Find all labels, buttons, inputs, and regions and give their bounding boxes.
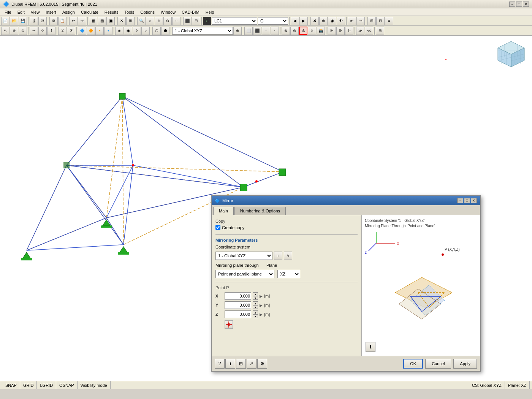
tb-btn-highlighted[interactable]: ⚠ — [299, 27, 307, 35]
status-snap[interactable]: SNAP — [2, 381, 20, 389]
tb-btn-c1[interactable]: 🔍 — [137, 17, 146, 25]
tb-btn-p5[interactable]: 📸 — [317, 27, 325, 35]
tb-btn-a1[interactable]: ▦ — [89, 17, 97, 25]
tb-btn-f1[interactable]: ⇤ — [348, 17, 356, 25]
y-spinner[interactable]: ▲ ▼ — [253, 301, 258, 309]
export-icon-button[interactable]: ↗ — [247, 359, 256, 369]
menu-file[interactable]: File — [2, 9, 14, 15]
grid-icon-button[interactable]: ⊞ — [236, 359, 246, 369]
close-button[interactable]: ✕ — [523, 2, 529, 7]
ok-button[interactable]: OK — [403, 359, 423, 369]
tb-btn-m1[interactable]: ⬡ — [152, 27, 161, 35]
tb-btn-p2[interactable]: ⊘ — [290, 27, 299, 35]
tb-btn-l2[interactable]: ◉ — [124, 27, 132, 35]
menu-help[interactable]: Help — [203, 9, 217, 15]
tb-btn-d2[interactable]: ⊟ — [192, 17, 200, 25]
save-button[interactable]: 💾 — [19, 17, 27, 25]
tb-btn-h1[interactable]: ⊕ — [10, 27, 18, 35]
tb-btn-f2[interactable]: ⇥ — [356, 17, 365, 25]
plane-dropdown[interactable]: XZ XY YZ — [277, 270, 300, 278]
canvas[interactable]: Visibility mode — [0, 36, 532, 381]
tb-btn-p1[interactable]: ⊗ — [282, 27, 290, 35]
tb-btn-l1[interactable]: ◈ — [115, 27, 124, 35]
menu-results[interactable]: Results — [101, 9, 122, 15]
menu-calculate[interactable]: Calculate — [78, 9, 101, 15]
z-arrow[interactable]: ▶ — [260, 312, 263, 317]
settings-icon-button[interactable]: ⚙ — [257, 359, 267, 369]
tb-btn-k2[interactable]: 🔶 — [87, 27, 95, 35]
preview-info-button[interactable]: ℹ — [366, 342, 375, 352]
tb-btn-l4[interactable]: ○ — [141, 27, 150, 35]
tb-btn-j2[interactable]: ⊼ — [67, 27, 75, 35]
tb-btn-g1[interactable]: ⊞ — [367, 17, 376, 25]
tb-btn-g3[interactable]: ≡ — [385, 17, 393, 25]
print-button[interactable]: 🖨 — [30, 17, 38, 25]
copy-button[interactable]: ⧉ — [49, 17, 58, 25]
mirror-plane-dropdown[interactable]: Point and parallel plane Three points — [215, 270, 274, 278]
tb-btn-g2[interactable]: ⊟ — [376, 17, 385, 25]
menu-tools[interactable]: Tools — [121, 9, 137, 15]
create-copy-label[interactable]: Create copy — [222, 225, 244, 230]
tb-btn-s1[interactable]: ⊞ — [376, 27, 384, 35]
tb-btn-i3[interactable]: ⊺ — [47, 27, 55, 35]
dialog-minimize-button[interactable]: − — [457, 198, 463, 203]
cancel-button[interactable]: Cancel — [425, 359, 451, 369]
status-osnap[interactable]: OSNAP — [56, 381, 78, 389]
lc-color-box[interactable]: G — [203, 17, 211, 25]
tb-btn-h2[interactable]: ⊙ — [19, 27, 27, 35]
dialog-title-controls[interactable]: − □ ✕ — [457, 198, 477, 203]
tb-btn-i1[interactable]: ⊸ — [30, 27, 38, 35]
dialog-restore-button[interactable]: □ — [464, 198, 470, 203]
coord-system-selector[interactable]: 1 - Global XYZ — [172, 27, 233, 35]
z-input[interactable] — [225, 310, 251, 318]
z-spinner[interactable]: ▲ ▼ — [253, 310, 258, 318]
tb-btn-o2[interactable]: ⬛ — [253, 27, 261, 35]
x-arrow[interactable]: ▶ — [260, 294, 263, 298]
tb-btn-q1[interactable]: ⊩ — [328, 27, 336, 35]
open-button[interactable]: 📂 — [10, 17, 18, 25]
menu-edit[interactable]: Edit — [14, 9, 28, 15]
tb-btn-k1[interactable]: 🔷 — [78, 27, 86, 35]
x-input[interactable] — [225, 292, 251, 300]
coord-system-btn1[interactable]: + — [274, 252, 282, 260]
undo-button[interactable]: ↩ — [69, 17, 78, 25]
restore-button[interactable]: □ — [516, 2, 522, 7]
tb-btn-b2[interactable]: ⊞ — [126, 17, 135, 25]
tb-btn-n1[interactable]: ⊕ — [233, 27, 242, 35]
tb-btn-k3[interactable]: 🔸 — [95, 27, 104, 35]
pick-point-button[interactable] — [225, 320, 233, 329]
select-tool[interactable]: ↖ — [1, 27, 10, 35]
help-icon-button[interactable]: ? — [215, 359, 225, 369]
lc-name-selector[interactable]: G — [258, 17, 288, 25]
apply-button[interactable]: Apply — [453, 359, 477, 369]
tb-btn-e2[interactable]: ⊕ — [319, 17, 328, 25]
y-spin-down[interactable]: ▼ — [253, 305, 258, 309]
tb-btn-r2[interactable]: ≪ — [365, 27, 373, 35]
print-preview-button[interactable]: 🖳 — [38, 17, 47, 25]
tb-btn-c3[interactable]: ⊕ — [155, 17, 163, 25]
tb-btn-a3[interactable]: ▣ — [106, 17, 115, 25]
lc-selector[interactable]: LC1 — [212, 17, 257, 25]
tb-btn-c5[interactable]: ↔ — [172, 17, 180, 25]
menu-cad-bim[interactable]: CAD-BIM — [179, 9, 202, 15]
tb-btn-nav2[interactable]: ▶ — [299, 17, 308, 25]
y-input[interactable] — [225, 301, 251, 309]
tb-btn-d1[interactable]: ⬛ — [183, 17, 192, 25]
status-grid[interactable]: GRID — [20, 381, 37, 389]
menu-view[interactable]: View — [28, 9, 43, 15]
tb-btn-q3[interactable]: ⊫ — [345, 27, 353, 35]
tb-btn-c2[interactable]: ⌕ — [146, 17, 154, 25]
x-spinner[interactable]: ▲ ▼ — [253, 292, 258, 300]
tb-btn-k4[interactable]: 🔹 — [104, 27, 112, 35]
tb-btn-e3[interactable]: ◉ — [328, 17, 336, 25]
new-button[interactable]: 📄 — [1, 17, 10, 25]
dialog-close-button[interactable]: ✕ — [471, 198, 477, 203]
tb-btn-close-x[interactable]: ✕ — [308, 27, 316, 35]
tb-btn-c4[interactable]: ⊘ — [163, 17, 172, 25]
tb-btn-r1[interactable]: ≫ — [356, 27, 364, 35]
tab-main[interactable]: Main — [213, 207, 234, 215]
y-arrow[interactable]: ▶ — [260, 303, 263, 307]
z-spin-up[interactable]: ▲ — [253, 310, 258, 314]
info-icon-button[interactable]: ℹ — [225, 359, 235, 369]
z-spin-down[interactable]: ▼ — [253, 314, 258, 318]
